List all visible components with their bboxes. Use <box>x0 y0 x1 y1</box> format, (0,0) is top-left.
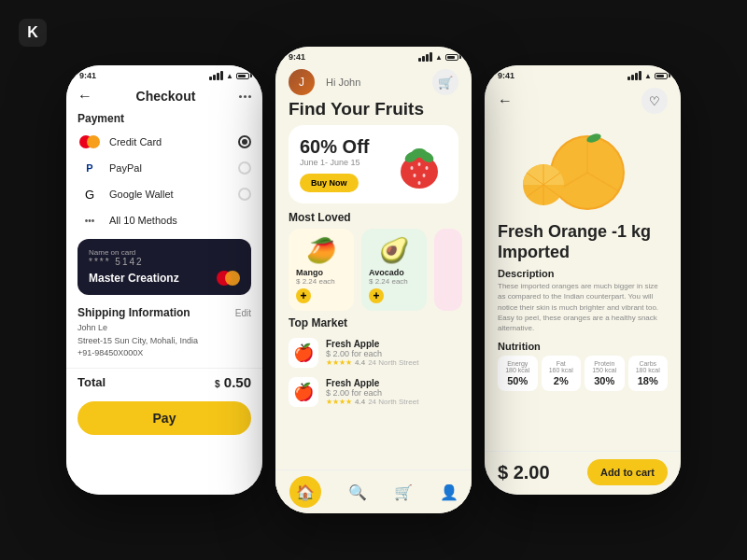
fat-percent: 2% <box>545 375 578 386</box>
wifi-icon-c: ▲ <box>435 53 443 62</box>
apple-info-2: Fresh Apple $ 2.00 for each ★★★★ 4.4 24 … <box>326 378 458 406</box>
all-dots: ••• <box>85 216 95 226</box>
add-mango-button[interactable]: + <box>296 288 311 303</box>
svg-point-5 <box>418 162 421 166</box>
cart-button[interactable]: 🛒 <box>432 69 458 95</box>
signal-c3 <box>426 54 429 62</box>
apple-stars-1: ★★★★ <box>326 358 352 367</box>
signal-r3 <box>635 73 638 80</box>
apple-stars-2: ★★★★ <box>326 398 352 406</box>
checkout-header: ← Checkout <box>66 82 262 108</box>
shipping-phone: +91-98450X000X <box>78 347 251 360</box>
fruits-main-title: Find Your Fruits <box>275 99 472 125</box>
shipping-section: Shipping Information Edit John Le Street… <box>66 301 262 366</box>
mc-yellow <box>87 135 100 148</box>
buy-now-button[interactable]: Buy Now <box>300 174 359 192</box>
svg-point-6 <box>426 166 429 170</box>
cart-nav-icon: 🛒 <box>394 483 413 501</box>
payment-option-google[interactable]: G Google Wallet <box>66 181 262 207</box>
radio-google[interactable] <box>238 188 251 201</box>
all-methods-icon: ••• <box>78 212 102 229</box>
dot3 <box>248 95 251 98</box>
radio-paypal[interactable] <box>238 161 251 175</box>
strawberry-svg <box>391 136 447 192</box>
fat-kcal: 160 kcal <box>545 367 578 373</box>
mastercard-icon <box>78 133 102 150</box>
product-screen: 9:41 ▲ ← ♡ <box>485 65 681 495</box>
apple-name-2: Fresh Apple <box>326 378 458 388</box>
card-label: Name on card <box>89 248 240 257</box>
edit-shipping-button[interactable]: Edit <box>235 308 251 318</box>
radio-cc[interactable] <box>238 135 251 148</box>
product-info: Fresh Orange -1 kg Imported Description … <box>485 222 681 399</box>
promo-left: 60% Off June 1- June 15 Buy Now <box>300 136 369 192</box>
card-number: **** 5142 <box>89 257 240 267</box>
status-time-right: 9:41 <box>498 71 514 80</box>
battery-icon <box>236 73 249 79</box>
checkout-phone: 9:41 ▲ ← Checkout <box>66 65 262 495</box>
signal-r1 <box>627 77 630 80</box>
fruits-phone: 9:41 ▲ J Hi John 🛒 <box>275 47 472 513</box>
svg-point-7 <box>414 174 416 177</box>
nav-home-button[interactable]: 🏠 <box>289 476 321 508</box>
add-avocado-button[interactable]: + <box>369 288 384 303</box>
google-wallet-label: Google Wallet <box>109 189 231 200</box>
checkout-title: Checkout <box>136 89 196 104</box>
market-item-2[interactable]: 🍎 Fresh Apple $ 2.00 for each ★★★★ 4.4 2… <box>275 372 472 412</box>
fruit-card-avocado[interactable]: 🥑 Avocado $ 2.24 each + <box>361 229 427 311</box>
signal-bar-4 <box>220 71 223 80</box>
payment-option-all[interactable]: ••• All 10 Methods <box>66 207 262 233</box>
payment-option-cc[interactable]: Credit Card <box>66 129 262 155</box>
product-name: Fresh Orange -1 kg Imported <box>498 222 668 262</box>
total-label: Total <box>78 375 106 389</box>
mango-price: $ 2.24 each <box>296 277 346 286</box>
apple-location-1: 24 North Street <box>368 358 418 367</box>
user-info: J Hi John <box>289 69 360 95</box>
battery-icon-r <box>655 73 668 79</box>
user-avatar: J <box>289 69 315 95</box>
back-button[interactable]: ← <box>78 88 92 105</box>
shipping-name: John Le <box>78 322 251 335</box>
svg-point-9 <box>418 181 421 185</box>
nav-cart[interactable]: 🛒 <box>394 483 413 501</box>
more-options-button[interactable] <box>239 95 251 98</box>
status-icons-right: ▲ <box>627 71 668 80</box>
favorite-button[interactable]: ♡ <box>641 88 668 114</box>
promo-dates: June 1- June 15 <box>300 158 369 167</box>
shipping-address: Street-15 Sun City, Mohali, India <box>78 335 251 348</box>
card-display: Name on card **** 5142 Master Creationz <box>78 239 251 295</box>
mango-emoji: 🥭 <box>296 236 346 265</box>
energy-percent: 50% <box>501 375 534 386</box>
market-item-1[interactable]: 🍎 Fresh Apple $ 2.00 for each ★★★★ 4.4 2… <box>275 333 472 372</box>
product-price: $ 2.00 <box>498 462 550 483</box>
signal-bar-1 <box>209 77 212 80</box>
protein-percent: 30% <box>588 375 621 386</box>
add-to-cart-button[interactable]: Add to cart <box>587 459 668 485</box>
nutrition-energy: Energy 180 kcal 50% <box>498 356 538 391</box>
signal-c2 <box>422 56 425 62</box>
nav-profile[interactable]: 👤 <box>440 483 458 501</box>
checkout-screen: 9:41 ▲ ← Checkout <box>66 65 262 495</box>
fruit-card-mango[interactable]: 🥭 Mango $ 2.24 each + <box>289 229 354 311</box>
paypal-p: P <box>86 162 92 174</box>
nutrition-grid: Energy 180 kcal 50% Fat 160 kcal 2% Prot… <box>498 356 668 391</box>
shipping-title: Shipping Information <box>78 306 190 319</box>
paypal-icon: P <box>78 160 102 176</box>
description-text: These imported oranges are much bigger i… <box>498 281 668 333</box>
product-back-button[interactable]: ← <box>498 92 513 109</box>
apple-location-2: 24 North Street <box>368 398 418 406</box>
status-icons-left: ▲ <box>209 71 249 80</box>
carbs-name: Carbs <box>632 360 665 367</box>
screens-container: 9:41 ▲ ← Checkout <box>66 47 681 513</box>
promo-discount: 60% Off <box>300 136 369 158</box>
payment-option-paypal[interactable]: P PayPal <box>66 155 262 181</box>
avocado-emoji: 🥑 <box>369 236 419 265</box>
status-time-center: 9:41 <box>289 52 305 62</box>
pay-button[interactable]: Pay <box>78 401 251 435</box>
promo-banner: 60% Off June 1- June 15 Buy Now <box>289 125 458 203</box>
dot2 <box>244 95 247 98</box>
card-holder-name: Master Creationz <box>89 272 179 285</box>
signal-c4 <box>430 52 432 62</box>
all-methods-label: All 10 Methods <box>109 215 251 226</box>
nav-search[interactable]: 🔍 <box>348 483 367 501</box>
